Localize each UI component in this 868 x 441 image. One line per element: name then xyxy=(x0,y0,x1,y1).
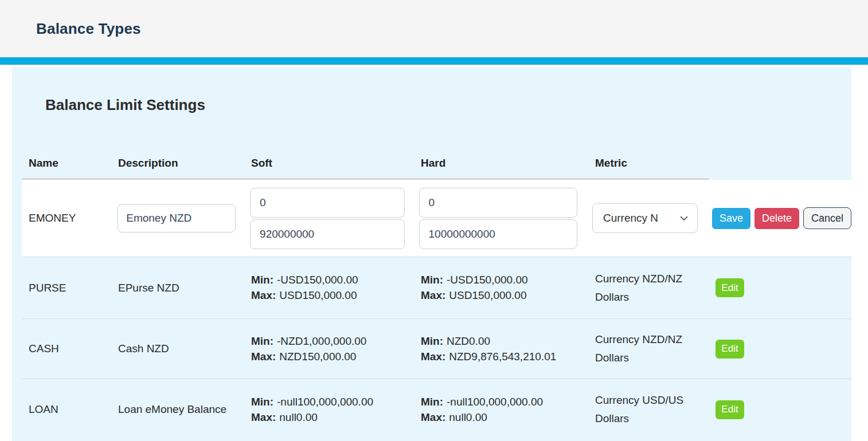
min-label: Min: xyxy=(251,396,273,408)
table-row-cash: CASH Cash NZD Min:-NZD1,000,000.00 Max:N… xyxy=(22,318,851,379)
column-header-actions xyxy=(709,148,851,180)
balance-limits-table: Name Description Soft Hard Metric EMONEY xyxy=(22,148,851,440)
balance-limit-card: Balance Limit Settings Name Description … xyxy=(12,67,851,441)
page-title: Balance Types xyxy=(36,20,141,38)
soft-min-value: -USD150,000.00 xyxy=(277,274,358,286)
soft-max-value: USD150,000.00 xyxy=(279,289,357,302)
chevron-down-icon xyxy=(679,213,689,223)
table-row-purse: PURSE EPurse NZD Min:-USD150,000.00 Max:… xyxy=(22,257,851,318)
min-label: Min: xyxy=(421,396,443,408)
hard-max-value: USD150,000.00 xyxy=(449,289,526,302)
hard-max-value: NZD9,876,543,210.01 xyxy=(449,351,556,363)
soft-max-input[interactable] xyxy=(250,219,405,249)
row-description: EPurse NZD xyxy=(118,279,227,297)
hard-max-value: null0.00 xyxy=(449,411,487,424)
row-metric: Currency NZD/NZ Dollars xyxy=(595,330,697,367)
metric-select[interactable]: Currency N xyxy=(592,203,698,233)
edit-button[interactable]: Edit xyxy=(715,400,744,419)
row-description: Loan eMoney Balance xyxy=(118,400,227,419)
description-input[interactable] xyxy=(118,204,236,233)
max-label: Max: xyxy=(251,289,276,302)
soft-min-value: -NZD1,000,000.00 xyxy=(277,335,366,348)
column-header-metric: Metric xyxy=(588,148,709,180)
edit-button[interactable]: Edit xyxy=(715,340,744,359)
cancel-button[interactable]: Cancel xyxy=(803,207,851,229)
max-label: Max: xyxy=(251,351,276,363)
row-name: EMONEY xyxy=(22,212,111,225)
column-header-soft: Soft xyxy=(244,148,414,180)
hard-min-input[interactable] xyxy=(419,188,577,218)
metric-selected-value: Currency N xyxy=(603,212,658,225)
min-label: Min: xyxy=(421,335,443,348)
max-label: Max: xyxy=(421,289,445,302)
app-header: Balance Types xyxy=(0,0,868,57)
row-name: CASH xyxy=(22,342,111,355)
soft-min-value: -null100,000,000.00 xyxy=(277,396,373,408)
table-header-row: Name Description Soft Hard Metric xyxy=(22,148,851,180)
column-header-description: Description xyxy=(111,148,244,180)
row-name: LOAN xyxy=(22,403,111,416)
hard-min-value: -USD150,000.00 xyxy=(447,274,528,286)
table-row-loan: LOAN Loan eMoney Balance Min:-null100,00… xyxy=(22,379,851,440)
row-metric: Currency NZD/NZ Dollars xyxy=(595,270,697,306)
min-label: Min: xyxy=(251,274,273,286)
table-row-emoney-editing: EMONEY Currency N xyxy=(22,180,851,257)
soft-max-value: null0.00 xyxy=(279,411,318,424)
edit-button[interactable]: Edit xyxy=(715,278,744,297)
max-label: Max: xyxy=(421,411,445,424)
save-button[interactable]: Save xyxy=(712,208,750,229)
row-description: Cash NZD xyxy=(118,340,227,358)
row-metric: Currency USD/US Dollars xyxy=(595,391,697,428)
accent-bar xyxy=(0,57,868,65)
column-header-hard: Hard xyxy=(414,148,588,180)
section-heading: Balance Limit Settings xyxy=(45,96,851,114)
min-label: Min: xyxy=(251,335,273,348)
max-label: Max: xyxy=(251,411,276,424)
soft-max-value: NZD150,000.00 xyxy=(279,351,356,363)
row-name: PURSE xyxy=(22,282,111,294)
column-header-name: Name xyxy=(22,148,111,180)
max-label: Max: xyxy=(421,351,445,363)
delete-button[interactable]: Delete xyxy=(754,208,799,229)
hard-max-input[interactable] xyxy=(419,219,577,249)
hard-min-value: NZD0.00 xyxy=(447,335,490,348)
soft-min-input[interactable] xyxy=(250,188,405,218)
min-label: Min: xyxy=(421,274,443,286)
hard-min-value: -null100,000,000.00 xyxy=(447,396,543,408)
